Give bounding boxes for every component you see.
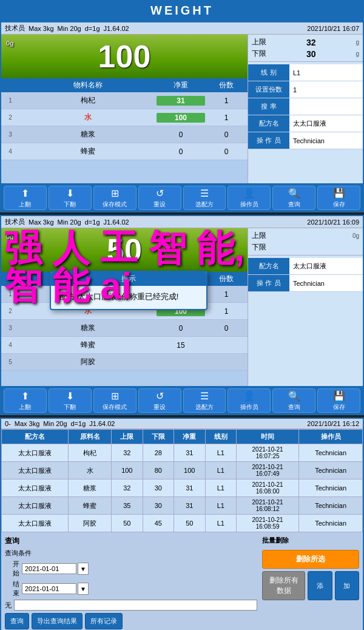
none-label: 无 xyxy=(5,601,12,610)
info-portions-label: 设置份数 xyxy=(248,81,289,98)
none-input[interactable] xyxy=(14,600,257,611)
btn-down-2[interactable]: ⬇ 下翻 xyxy=(49,388,92,413)
panel-1-left: 0g 100 物料名称 净重 份数 1 枸杞 31 1 xyxy=(1,35,248,183)
cell-line: L1 xyxy=(205,497,236,515)
btn-up-2[interactable]: ⬆ 上翻 xyxy=(4,388,47,413)
btn-query-2[interactable]: 🔍 查询 xyxy=(272,388,315,413)
cell-upper: 50 xyxy=(112,515,143,532)
col-formula-h: 配方名 xyxy=(2,430,69,444)
btn-up-label-2: 上翻 xyxy=(19,403,31,412)
cell-upper: 35 xyxy=(112,497,143,515)
btn-save-mode-label-1: 保存模式 xyxy=(103,200,127,209)
start-date-input[interactable] xyxy=(22,563,76,574)
down-icon-2: ⬇ xyxy=(66,390,74,402)
btn-save-mode-2[interactable]: ⊞ 保存模式 xyxy=(93,388,136,413)
history-row: 太太口服液 枸杞 32 28 31 L1 2021-10-21 16:07:25… xyxy=(2,444,363,462)
btn-up-1[interactable]: ⬆ 上翻 xyxy=(4,186,47,210)
info-portions-value: 1 xyxy=(289,81,363,98)
row-portions: 0 xyxy=(205,324,248,333)
query-start-row: 开 始 ▼ xyxy=(5,560,257,578)
delete-all-btn[interactable]: 删除所有数据 xyxy=(262,571,305,600)
row-num: 3 xyxy=(1,131,19,138)
query-btn[interactable]: 查询 xyxy=(5,613,29,629)
start-label: 开 始 xyxy=(5,560,19,578)
btn-down-1[interactable]: ⬇ 下翻 xyxy=(49,186,92,210)
row-name: 枸杞 xyxy=(19,95,157,106)
cell-net: 100 xyxy=(174,462,205,479)
upper-unit-2: 0g xyxy=(352,232,359,239)
col-num-1 xyxy=(1,80,19,90)
status-div-2: d=1g xyxy=(85,218,100,226)
add-btn[interactable]: 添 xyxy=(308,571,332,600)
weight-unit-small-1: 0g xyxy=(6,39,14,47)
row-num: 3 xyxy=(1,325,19,331)
query-icon-2: 🔍 xyxy=(288,390,300,402)
info-operator-row: 操 作 员 Technician xyxy=(248,132,363,149)
col-operator-h: 操作员 xyxy=(299,430,363,444)
btn-reset-2[interactable]: ↺ 重设 xyxy=(138,388,181,413)
end-date-input[interactable] xyxy=(22,583,76,594)
query-icon: 🔍 xyxy=(288,188,300,199)
cell-operator: Technician xyxy=(299,497,363,515)
row-name: 水 xyxy=(19,112,157,123)
btn-formula-1[interactable]: ☰ 选配方 xyxy=(183,186,226,210)
info-operator-value-2: Technician xyxy=(289,275,363,291)
query-condition-row: 查询条件 xyxy=(5,549,257,558)
cell-time: 2021-10-21 16:08:59 xyxy=(237,515,299,532)
btn-save-mode-1[interactable]: ⊞ 保存模式 xyxy=(93,186,136,210)
row-weight: 31 xyxy=(157,96,205,106)
status-div-3: d=1g xyxy=(71,420,86,427)
btn-save-label-2: 保存 xyxy=(333,403,345,412)
table-row: 1 枸杞 31 1 xyxy=(1,92,248,109)
btn-formula-2[interactable]: ☰ 选配方 xyxy=(183,388,226,413)
status-max-2: Max 3kg xyxy=(29,218,54,226)
lower-limit-label: 下限 xyxy=(252,49,266,59)
btn-query-label-1: 查询 xyxy=(288,200,300,209)
btn-formula-label-2: 选配方 xyxy=(195,403,214,412)
start-date-dropdown[interactable]: ▼ xyxy=(78,563,89,575)
btn-reset-1[interactable]: ↺ 重设 xyxy=(138,186,181,210)
btn-query-1[interactable]: 🔍 查询 xyxy=(272,186,315,210)
btn-reset-label-2: 重设 xyxy=(153,403,166,412)
btn-operator-2[interactable]: 👤 操作员 xyxy=(228,388,271,413)
btn-save-1[interactable]: 💾 保存 xyxy=(317,186,360,210)
limits-section-1: 上限 32 g 下限 30 g xyxy=(248,35,363,62)
history-row: 太太口服液 水 100 80 100 L1 2021-10-21 16:07:4… xyxy=(2,462,363,479)
btn-save-2[interactable]: 💾 保存 xyxy=(317,388,360,413)
start-date-container: ▼ xyxy=(22,563,89,575)
ing-header-1: 物料名称 净重 份数 xyxy=(1,78,248,92)
btn-down-label-2: 下翻 xyxy=(64,403,76,412)
btn-operator-label-2: 操作员 xyxy=(240,403,258,412)
query-condition-label: 查询条件 xyxy=(5,549,32,558)
all-records-btn[interactable]: 所有记录 xyxy=(85,613,123,629)
row-num: 4 xyxy=(1,342,19,348)
cell-operator: Technician xyxy=(299,462,363,479)
btn-reset-label-1: 重设 xyxy=(153,200,166,209)
history-row: 太太口服液 糖浆 32 30 31 L1 2021-10-21 16:08:00… xyxy=(2,479,363,497)
cell-line: L1 xyxy=(205,515,236,532)
add2-btn[interactable]: 加 xyxy=(335,571,360,600)
info-formula-row: 配方名 太太口服液 xyxy=(248,115,363,132)
cell-time: 2021-10-21 16:08:00 xyxy=(237,479,299,497)
export-btn[interactable]: 导出查询结果 xyxy=(32,613,83,629)
panel-1-body: 0g 100 物料名称 净重 份数 1 枸杞 31 1 xyxy=(1,35,363,183)
cell-line: L1 xyxy=(205,462,236,479)
status-bar-2: 技术员 Max 3kg Min 20g d=1g J1.64.02 2021/1… xyxy=(1,216,363,228)
end-date-dropdown[interactable]: ▼ xyxy=(78,583,89,595)
btn-operator-1[interactable]: 👤 操作员 xyxy=(228,186,271,210)
upper-limit-row-2: 上限 0g xyxy=(252,231,359,241)
col-portions-2: 份数 xyxy=(205,274,248,284)
info-operator-label-2: 操 作 员 xyxy=(248,275,289,291)
status-dt-3: 2021/10/21 16:12 xyxy=(307,420,359,427)
status-ver-3: J1.64.02 xyxy=(89,420,115,427)
weight-value-2: 50 xyxy=(107,232,142,268)
row-num: 2 xyxy=(1,114,19,121)
cell-net: 31 xyxy=(174,444,205,462)
dialog-box: 提示 配方:太太口服液1份称重已经完成! xyxy=(50,271,207,310)
status-min-2: Min 20g xyxy=(58,218,81,226)
btn-operator-label-1: 操作员 xyxy=(240,200,258,209)
delete-selected-btn[interactable]: 删除所选 xyxy=(262,550,359,569)
row-weight: 0 xyxy=(157,130,205,139)
col-lower-h: 下限 xyxy=(143,430,174,444)
operator-icon-2: 👤 xyxy=(243,390,255,402)
